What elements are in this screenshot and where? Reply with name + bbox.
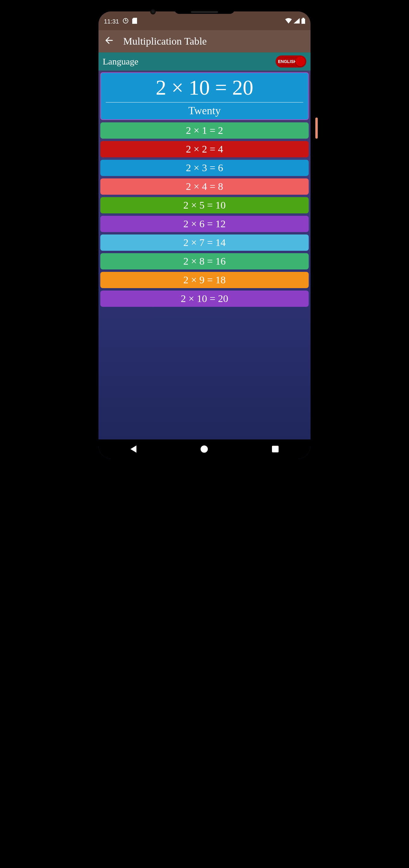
clock-icon	[123, 18, 129, 25]
status-time: 11:31	[104, 18, 119, 25]
battery-icon	[302, 18, 305, 25]
signal-icon	[294, 18, 300, 25]
app-bar: Multiplication Table	[99, 30, 310, 53]
back-button[interactable]	[103, 34, 115, 49]
rows-container: 2 × 1 = 22 × 2 = 42 × 3 = 62 × 4 = 82 × …	[100, 122, 309, 307]
nav-home[interactable]	[201, 445, 208, 453]
sd-card-icon	[132, 18, 137, 25]
nav-back[interactable]	[130, 445, 136, 453]
row-1[interactable]: 2 × 1 = 2	[100, 122, 309, 138]
row-6[interactable]: 2 × 6 = 12	[100, 216, 309, 232]
svg-rect-5	[302, 19, 305, 24]
row-2[interactable]: 2 × 2 = 4	[100, 141, 309, 157]
svg-rect-4	[302, 18, 304, 19]
language-toggle[interactable]: ENGLISH	[276, 56, 306, 67]
hero-card[interactable]: 2 × 10 = 20 Twenty	[100, 72, 309, 120]
svg-rect-3	[125, 21, 127, 21]
nav-recent[interactable]	[272, 446, 279, 453]
hero-word: Twenty	[104, 104, 305, 117]
row-7[interactable]: 2 × 7 = 14	[100, 235, 309, 251]
language-label: Language	[103, 56, 138, 67]
row-9[interactable]: 2 × 9 = 18	[100, 272, 309, 288]
row-3[interactable]: 2 × 3 = 6	[100, 160, 309, 176]
app-title: Multiplication Table	[123, 36, 207, 47]
row-4[interactable]: 2 × 4 = 8	[100, 179, 309, 195]
speaker	[191, 11, 218, 13]
row-10[interactable]: 2 × 10 = 20	[100, 290, 309, 307]
power-button[interactable]	[315, 118, 318, 138]
status-bar: 11:31	[99, 11, 310, 30]
row-5[interactable]: 2 × 5 = 10	[100, 197, 309, 213]
row-8[interactable]: 2 × 8 = 16	[100, 253, 309, 270]
content-area: 2 × 10 = 20 Twenty 2 × 1 = 22 × 2 = 42 ×…	[99, 70, 310, 439]
system-nav	[99, 439, 310, 459]
toggle-text: ENGLISH	[278, 59, 297, 64]
hero-equation: 2 × 10 = 20	[106, 76, 303, 102]
toggle-knob	[296, 57, 305, 66]
wifi-icon	[285, 18, 292, 25]
front-camera	[150, 9, 156, 14]
language-bar: Language ENGLISH	[99, 53, 310, 70]
